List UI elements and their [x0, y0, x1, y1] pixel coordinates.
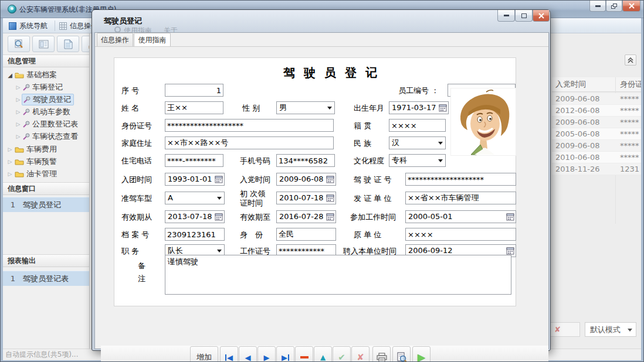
tree-item-base-archive[interactable]: ◢ 基础档案 [6, 69, 57, 81]
calendar-icon[interactable] [439, 104, 447, 112]
grid-row[interactable]: 2005-06-08 ***** [552, 128, 644, 140]
window-frame-left [1, 18, 3, 362]
tree-collapsed-icon[interactable]: ▷ [6, 159, 13, 165]
mobile-field[interactable] [276, 154, 335, 167]
cancel-record-button[interactable]: ✘ [351, 346, 370, 362]
tree-collapsed-icon[interactable]: ▷ [15, 134, 22, 139]
grid-row[interactable]: 2010-06-08 ***** [552, 152, 644, 163]
info-window-list-item[interactable]: 1 驾驶员登记 [3, 197, 90, 212]
sidebar-search-button[interactable] [8, 36, 30, 52]
system-nav-label: 系统导航 [19, 21, 48, 31]
sidebar-form-button[interactable] [32, 36, 55, 52]
calendar-icon[interactable] [326, 213, 334, 221]
grid-row[interactable]: 2009-06-08 ***** [552, 93, 644, 105]
grid-col-join-party: 入党时间 [555, 77, 586, 91]
report-output-list-item[interactable]: 1 驾驶员登记表 [3, 271, 90, 286]
license-no-field[interactable] [405, 173, 516, 186]
main-close-button[interactable] [622, 1, 640, 12]
tree-collapsed-icon[interactable]: ▷ [6, 146, 13, 152]
tab-user-guide[interactable]: 使用指南 [134, 33, 171, 47]
first-record-button[interactable]: ◀ [220, 346, 238, 362]
tree-item-driver-reg[interactable]: ▷ 驾驶员登记 [15, 94, 74, 105]
collapse-chevrons-icon [628, 57, 633, 63]
serial-field[interactable] [165, 84, 223, 97]
calendar-icon[interactable] [326, 175, 334, 184]
identity-field[interactable] [276, 228, 336, 241]
dialog-maximize-button[interactable] [515, 10, 533, 22]
calendar-icon[interactable] [506, 213, 514, 221]
grid-row[interactable]: 2018-11-26 1231 [552, 163, 644, 175]
tree-item-motor-params[interactable]: ▷ 机动车参数 [15, 106, 70, 118]
sidebar-document-button[interactable] [57, 36, 79, 52]
grid-row[interactable]: 2012-06-08 ***** [552, 105, 644, 117]
next-record-button[interactable]: ▶ [257, 346, 276, 362]
last-record-button[interactable]: ▶ [276, 346, 294, 362]
grid-row[interactable]: 2009-06-08 ***** [552, 140, 644, 152]
main-minimize-button[interactable] [589, 1, 606, 12]
first-record-icon: ◀ [225, 354, 233, 361]
education-select[interactable]: 专科 [389, 154, 446, 167]
mode-select[interactable]: 默认模式 [585, 322, 636, 337]
tree-item-fuel-card[interactable]: ▷ 油卡管理 [6, 168, 57, 180]
next-record-icon: ▶ [264, 354, 270, 361]
label-education: 文化程度 [354, 156, 384, 166]
toolbar-item-system-nav[interactable]: 系统导航 [9, 20, 48, 32]
tree-collapsed-icon[interactable]: ▷ [15, 84, 22, 90]
tree-item-vehicle-status[interactable]: ▷ 车辆状态查看 [15, 131, 78, 142]
tool-icon [22, 108, 30, 116]
issuer-field[interactable] [405, 192, 516, 204]
orig-unit-field[interactable] [405, 228, 516, 241]
remarks-memo[interactable]: 谨慎驾驶 [165, 255, 511, 295]
tree-item-vehicle-fees[interactable]: ▷ 车辆费用 [6, 144, 57, 155]
name-field[interactable] [165, 101, 223, 114]
main-restore-button[interactable] [606, 1, 622, 12]
home-phone-field[interactable] [165, 154, 223, 167]
file-no-field[interactable] [165, 228, 225, 241]
close-icon [629, 3, 635, 9]
grid-row[interactable]: 2009-06-08 ***** [552, 117, 644, 128]
prev-record-button[interactable]: ◀ [239, 346, 257, 362]
print-button[interactable] [372, 346, 391, 362]
join-league-date-field[interactable]: 1993-01-01 [165, 173, 225, 186]
app-icon [8, 5, 16, 13]
calendar-icon[interactable] [215, 213, 223, 221]
address-field[interactable] [165, 136, 334, 149]
add-record-button[interactable]: 增加 [190, 346, 218, 362]
tree-item-vehicle-alert[interactable]: ▷ 车辆预警 [6, 156, 57, 168]
sidebar-person-button[interactable] [82, 36, 90, 52]
gender-select[interactable]: 男 [276, 101, 335, 114]
id-card-field[interactable] [165, 119, 334, 132]
print-preview-button[interactable] [392, 346, 411, 362]
dialog-close-button[interactable] [533, 10, 550, 22]
dialog-titlebar[interactable] [92, 10, 550, 32]
drive-type-select[interactable]: A [165, 192, 225, 204]
valid-from-date-field[interactable]: 2013-07-18 [165, 210, 225, 223]
tab-info-ops[interactable]: 信息操作 [97, 33, 133, 46]
delete-record-button[interactable] [295, 346, 313, 362]
join-party-date-field[interactable]: 2009-06-08 [276, 173, 336, 186]
post-record-button[interactable]: ✔ [333, 346, 351, 362]
tree-collapsed-icon[interactable]: ▷ [15, 109, 22, 115]
tree-collapsed-icon[interactable]: ▷ [15, 121, 22, 127]
dialog-minimize-button[interactable] [497, 10, 515, 22]
tree-collapsed-icon[interactable]: ▷ [15, 97, 22, 103]
valid-to-date-field[interactable]: 2016-07-28 [276, 210, 336, 223]
tree-expanded-icon[interactable]: ◢ [6, 72, 13, 78]
work-start-date-field[interactable]: 2000-05-01 [405, 210, 516, 223]
edit-record-button[interactable]: ▲ [314, 346, 332, 362]
collapse-panel-button[interactable] [625, 54, 636, 66]
calendar-icon[interactable] [506, 247, 514, 255]
grid-col-id-card: 身份证号 [620, 77, 644, 91]
execute-button[interactable]: ▶ [412, 346, 431, 362]
tab-divider [95, 46, 548, 47]
calendar-icon[interactable] [215, 175, 223, 184]
calendar-icon[interactable] [326, 194, 334, 203]
records-grid: 入党时间 身份证号 2009-06-08 ***** 2012-06-08 **… [552, 77, 642, 224]
birth-date-field[interactable]: 1971-03-17 [389, 101, 449, 114]
ethnic-select[interactable]: 汉 [389, 136, 446, 149]
first-license-date-field[interactable]: 2010-07-18 [276, 192, 336, 204]
tree-item-vehicle-reg[interactable]: ▷ 车辆登记 [15, 81, 63, 93]
tree-item-km-register[interactable]: ▷ 公里数登记表 [15, 118, 78, 130]
native-place-field[interactable] [389, 119, 446, 132]
tree-collapsed-icon[interactable]: ▷ [6, 171, 13, 177]
